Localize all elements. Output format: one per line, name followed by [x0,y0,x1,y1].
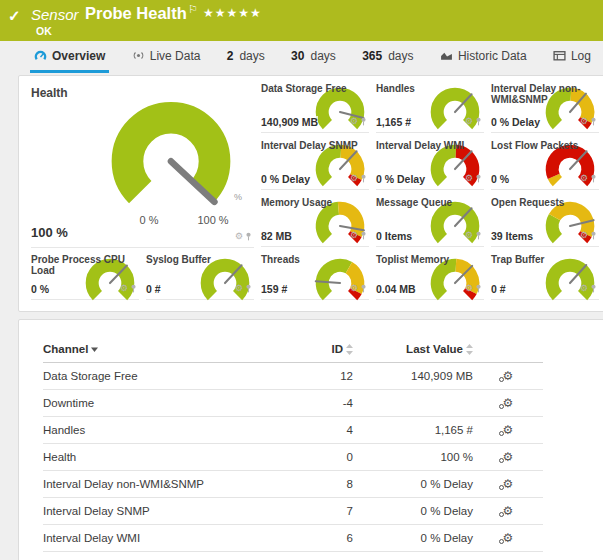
column-header-channel[interactable]: Channel [43,338,283,363]
channel-settings-icon[interactable]: ⚙ [503,423,514,437]
pin-icon[interactable] [590,169,597,187]
gauge-cell-icons: ⚙ [580,226,597,244]
gear-icon[interactable]: ⚙ [465,284,473,293]
gauge-toplist-memory[interactable]: Toplist Memory0.04 MB⚙ [376,254,484,300]
column-label: ID [332,343,344,355]
channel-row-downtime[interactable]: Downtime-4⚙ [43,390,543,417]
pin-icon[interactable] [475,169,482,187]
gear-icon[interactable]: ⚙ [235,232,243,241]
priority-flag-icon[interactable]: ⚐ [188,3,198,16]
channel-settings-icon[interactable]: ⚙ [503,450,514,464]
gear-icon[interactable]: ⚙ [465,174,473,183]
gauge-message-queue[interactable]: Message Queue0 Items⚙ [376,197,484,247]
gear-icon[interactable]: ⚙ [465,231,473,240]
channel-row-interval-delay-non-wmi-snmp[interactable]: Interval Delay non-WMI&SNMP80 % Delay⚙ [43,471,543,498]
channel-row-data-storage-free[interactable]: Data Storage Free12140,909 MB⚙ [43,363,543,390]
gauge-value: 100 % [31,225,68,240]
gauge-label: Open Requests [491,197,599,208]
pin-icon[interactable] [360,169,367,187]
gear-icon[interactable]: ⚙ [350,117,358,126]
pin-icon[interactable] [360,226,367,244]
pin-icon[interactable] [475,279,482,297]
gauge-handles[interactable]: Handles1,165 #⚙ [376,83,484,133]
pin-icon[interactable] [475,112,482,130]
tab-historic-data[interactable]: Historic Data [436,41,531,73]
gear-icon[interactable]: ⚙ [350,284,358,293]
gauge-open-requests[interactable]: Open Requests39 Items⚙ [491,197,599,247]
gauge-interval-delay-snmp[interactable]: Interval Delay SNMP0 % Delay⚙ [261,140,369,190]
channel-row-health[interactable]: Health0100 %⚙ [43,444,543,471]
pin-icon[interactable] [475,226,482,244]
gauge-syslog-buffer[interactable]: Syslog Buffer0 #⚙ [146,254,254,300]
gauge-trap-buffer[interactable]: Trap Buffer0 #⚙ [491,254,599,300]
channel-name[interactable]: Interval Delay WMI [43,525,283,552]
pin-icon[interactable] [590,226,597,244]
channel-id: 10 [283,552,353,560]
channel-name[interactable]: Lost Flow Packets [43,552,283,560]
channel-id: 12 [283,363,353,390]
pin-icon[interactable] [360,279,367,297]
pin-icon[interactable] [245,279,252,297]
channel-id: -4 [283,390,353,417]
gauge-cell-icons: ⚙ [580,112,597,130]
pin-icon[interactable] [130,279,137,297]
tab-log[interactable]: Log [549,41,595,73]
gauge-interval-delay-non-wmi-snmp[interactable]: Interval Delay non-WMI&SNMP0 % Delay⚙ [491,83,599,133]
tab-number: 2 [227,49,234,63]
channel-row-lost-flow-packets[interactable]: Lost Flow Packets100 %⚙ [43,552,543,560]
tab-30-days[interactable]: 30days [287,41,340,73]
tab-365-days[interactable]: 365days [358,41,417,73]
pin-icon[interactable] [590,112,597,130]
gauge-cell-icons: ⚙ [350,169,367,187]
gear-icon[interactable]: ⚙ [120,284,128,293]
column-header-last-value[interactable]: Last Value [353,338,473,363]
channel-name[interactable]: Interval Delay SNMP [43,498,283,525]
channel-name[interactable]: Handles [43,417,283,444]
channel-settings-icon[interactable]: ⚙ [503,396,514,410]
pin-icon[interactable] [590,279,597,297]
gear-icon[interactable]: ⚙ [235,284,243,293]
gauge-threads[interactable]: Threads159 #⚙ [261,254,369,300]
channel-name[interactable]: Data Storage Free [43,363,283,390]
channel-row-interval-delay-wmi[interactable]: Interval Delay WMI60 % Delay⚙ [43,525,543,552]
channel-settings-icon[interactable]: ⚙ [503,369,514,383]
gauge-label: Data Storage Free [261,83,369,94]
tab-live-data[interactable]: Live Data [128,41,205,73]
tab-overview[interactable]: Overview [30,41,109,73]
channel-id: 4 [283,417,353,444]
gauge-health[interactable]: Health 0 % 100 % % 100 % ⚙ [31,84,254,248]
channel-name[interactable]: Interval Delay non-WMI&SNMP [43,471,283,498]
pin-icon[interactable] [360,112,367,130]
column-header-id[interactable]: ID [283,338,353,363]
gauge-data-storage-free[interactable]: Data Storage Free140,909 MB⚙ [261,83,369,133]
channel-settings-icon[interactable]: ⚙ [503,477,514,491]
gear-icon[interactable]: ⚙ [580,231,588,240]
gauge-cell-icons: ⚙ [235,279,252,297]
gear-icon[interactable]: ⚙ [580,174,588,183]
gauge-cell-icons: ⚙ [120,279,137,297]
gear-icon[interactable]: ⚙ [350,231,358,240]
pin-icon[interactable] [245,227,252,245]
channel-row-handles[interactable]: Handles41,165 #⚙ [43,417,543,444]
channel-name[interactable]: Downtime [43,390,283,417]
channel-settings-icon[interactable]: ⚙ [503,531,514,545]
gauge-lost-flow-packets[interactable]: Lost Flow Packets0 %⚙ [491,140,599,190]
channel-name[interactable]: Health [43,444,283,471]
gauge-value: 39 Items [491,230,533,242]
gauge-probe-process-cpu-load[interactable]: Probe Process CPU Load0 %⚙ [31,254,139,300]
gauge-memory-usage[interactable]: Memory Usage82 MB⚙ [261,197,369,247]
sensor-status-text: OK [36,25,52,37]
tab-2-days[interactable]: 2days [223,41,269,73]
gear-icon[interactable]: ⚙ [350,174,358,183]
gauge-label: Message Queue [376,197,484,208]
gear-icon[interactable]: ⚙ [580,117,588,126]
gauge-cell-icons: ⚙ [580,279,597,297]
tab-bar: OverviewLive Data2days30days365daysHisto… [30,41,595,73]
priority-stars[interactable]: ★★★★★ [203,6,262,20]
gauge-icon [34,49,47,62]
gear-icon[interactable]: ⚙ [465,117,473,126]
channel-settings-icon[interactable]: ⚙ [503,504,514,518]
channel-row-interval-delay-snmp[interactable]: Interval Delay SNMP70 % Delay⚙ [43,498,543,525]
gear-icon[interactable]: ⚙ [580,284,588,293]
gauge-interval-delay-wmi[interactable]: Interval Delay WMI0 % Delay⚙ [376,140,484,190]
